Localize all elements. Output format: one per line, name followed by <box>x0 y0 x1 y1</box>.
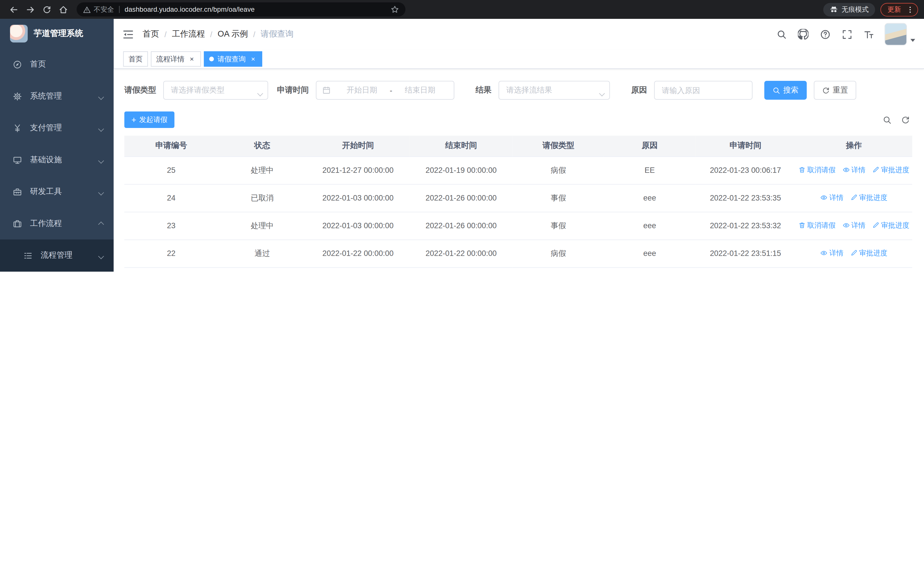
cell-start-time: 2022-01-22 00:00:00 <box>306 267 410 272</box>
update-label: 更新 <box>888 5 901 14</box>
breadcrumb-workflow[interactable]: 工作流程 <box>172 29 205 39</box>
sidebar-item-home[interactable]: 首页 <box>0 48 114 80</box>
chevron-down-icon <box>600 89 604 98</box>
leave-type-placeholder: 请选择请假类型 <box>171 85 225 95</box>
browser-reload-icon[interactable] <box>39 2 54 17</box>
chevron-down-icon <box>99 92 103 101</box>
table-row[interactable]: 22 通过 2022-01-22 00:00:00 2022-01-22 00:… <box>124 239 912 267</box>
breadcrumb-oa-example[interactable]: OA 示例 <box>218 29 248 39</box>
approval-progress-link[interactable]: 审批进度 <box>850 248 887 258</box>
cancel-leave-link[interactable]: 取消请假 <box>798 165 836 175</box>
sidebar-item-infra[interactable]: 基础设施 <box>0 144 114 176</box>
calendar-icon <box>322 86 331 94</box>
app-logo[interactable]: 芋道管理系统 <box>0 19 114 48</box>
sidebar-item-payment[interactable]: 支付管理 <box>0 112 114 144</box>
active-dot <box>209 57 214 62</box>
refresh-icon[interactable] <box>901 116 910 124</box>
reset-button[interactable]: 重置 <box>814 81 856 100</box>
end-date-placeholder: 结束日期 <box>405 85 435 95</box>
search-toggle-icon[interactable] <box>883 116 891 124</box>
tab-leave-query[interactable]: 请假查询 <box>204 51 262 67</box>
search-icon[interactable] <box>776 28 787 40</box>
create-leave-button[interactable]: + 发起请假 <box>124 111 175 128</box>
detail-link[interactable]: 详情 <box>842 165 866 175</box>
close-icon[interactable] <box>249 55 257 63</box>
cell-actions: 取消请假 详情 审批进度 <box>796 212 912 239</box>
cell-apply-id: 22 <box>124 239 218 267</box>
cell-actions: 取消请假 详情 审批进度 <box>796 156 912 184</box>
incognito-label: 无痕模式 <box>842 5 868 14</box>
sidebar-item-task-mgmt[interactable]: 任务管理 <box>0 271 114 272</box>
cancel-leave-link[interactable]: 取消请假 <box>798 221 836 230</box>
search-button[interactable]: 搜索 <box>764 81 807 100</box>
cell-end-time: 2022-01-23 00:00:00 <box>410 267 513 272</box>
detail-link[interactable]: 详情 <box>842 221 866 230</box>
cell-apply-time: 2022-01-22 23:49:46 <box>695 267 796 272</box>
browser-menu-icon[interactable] <box>906 6 914 14</box>
sidebar-toggle-icon[interactable] <box>114 19 142 50</box>
browser-forward-icon[interactable] <box>22 2 38 17</box>
table-header-row: 申请编号 状态 开始时间 结束时间 请假类型 原因 申请时间 操作 <box>124 136 912 156</box>
cell-reason: EE <box>604 156 695 184</box>
user-menu[interactable] <box>885 23 915 45</box>
approval-progress-link[interactable]: 审批进度 <box>872 165 909 175</box>
table-row[interactable]: 21 处理中 2022-01-22 00:00:00 2022-01-23 00… <box>124 267 912 272</box>
table-body: 25 处理中 2021-12-27 00:00:00 2022-01-19 00… <box>124 156 912 272</box>
github-icon[interactable] <box>797 28 809 40</box>
table-row[interactable]: 23 处理中 2022-01-03 00:00:00 2022-01-26 00… <box>124 212 912 239</box>
omnibox-divider <box>119 6 119 13</box>
col-end-time: 结束时间 <box>410 136 513 156</box>
breadcrumb-separator: / <box>164 30 166 39</box>
approval-progress-link[interactable]: 审批进度 <box>850 193 887 203</box>
reason-input[interactable] <box>654 81 753 100</box>
approval-progress-link[interactable]: 审批进度 <box>872 221 909 230</box>
cell-apply-id: 24 <box>124 184 218 212</box>
breadcrumb-current: 请假查询 <box>261 29 294 39</box>
date-separator: - <box>390 86 392 95</box>
col-apply-id: 申请编号 <box>124 136 218 156</box>
close-icon[interactable] <box>188 55 196 63</box>
edit-icon <box>872 167 879 174</box>
leave-type-select[interactable]: 请选择请假类型 <box>163 81 268 100</box>
sidebar-item-system[interactable]: 系统管理 <box>0 80 114 112</box>
leave-table: 申请编号 状态 开始时间 结束时间 请假类型 原因 申请时间 操作 25 处理中… <box>124 136 912 272</box>
apply-time-range-picker[interactable]: 开始日期 - 结束日期 <box>316 81 454 100</box>
address-bar[interactable]: 不安全 dashboard.yudao.iocoder.cn/bpm/oa/le… <box>76 2 405 17</box>
cell-status: 处理中 <box>218 156 306 184</box>
browser-back-icon[interactable] <box>6 2 21 17</box>
avatar[interactable] <box>885 23 907 45</box>
table-toolbar: + 发起请假 <box>124 111 912 128</box>
result-select[interactable]: 请选择流结果 <box>498 81 610 100</box>
chevron-down-icon <box>258 89 262 98</box>
help-icon[interactable] <box>819 28 831 40</box>
browser-home-icon[interactable] <box>56 2 71 17</box>
fullscreen-icon[interactable] <box>841 28 853 40</box>
tab-process-detail[interactable]: 流程详情 <box>151 51 201 67</box>
result-placeholder: 请选择流结果 <box>506 85 552 95</box>
page-content: 请假类型 请选择请假类型 申请时间 开始日期 - 结束日期 <box>114 69 924 272</box>
sidebar-item-devtools[interactable]: 研发工具 <box>0 176 114 208</box>
chrome-right-controls: 无痕模式 更新 <box>823 3 918 16</box>
app-title: 芋道管理系统 <box>34 28 83 39</box>
sidebar-item-workflow[interactable]: 工作流程 <box>0 208 114 240</box>
cell-apply-id: 25 <box>124 156 218 184</box>
sidebar-item-process-mgmt[interactable]: 流程管理 <box>0 239 114 271</box>
table-row[interactable]: 25 处理中 2021-12-27 00:00:00 2022-01-19 00… <box>124 156 912 184</box>
cell-leave-type: 事假 <box>513 212 604 239</box>
chevron-down-icon <box>99 124 103 132</box>
table-row[interactable]: 24 已取消 2022-01-03 00:00:00 2022-01-26 00… <box>124 184 912 212</box>
detail-link[interactable]: 详情 <box>820 193 843 203</box>
table-tools <box>883 116 910 124</box>
bookmark-star-icon[interactable] <box>391 5 399 14</box>
leave-type-label: 请假类型 <box>124 85 156 95</box>
browser-chrome: 不安全 dashboard.yudao.iocoder.cn/bpm/oa/le… <box>0 0 924 19</box>
breadcrumb-home[interactable]: 首页 <box>142 29 159 39</box>
incognito-badge: 无痕模式 <box>823 3 875 16</box>
chevron-down-icon <box>99 187 103 196</box>
cell-status: 处理中 <box>218 267 306 272</box>
font-size-icon[interactable] <box>862 28 874 40</box>
breadcrumb-separator: / <box>253 30 255 39</box>
detail-link[interactable]: 详情 <box>820 248 843 258</box>
browser-update-button[interactable]: 更新 <box>880 3 918 16</box>
tab-home[interactable]: 首页 <box>123 51 148 67</box>
